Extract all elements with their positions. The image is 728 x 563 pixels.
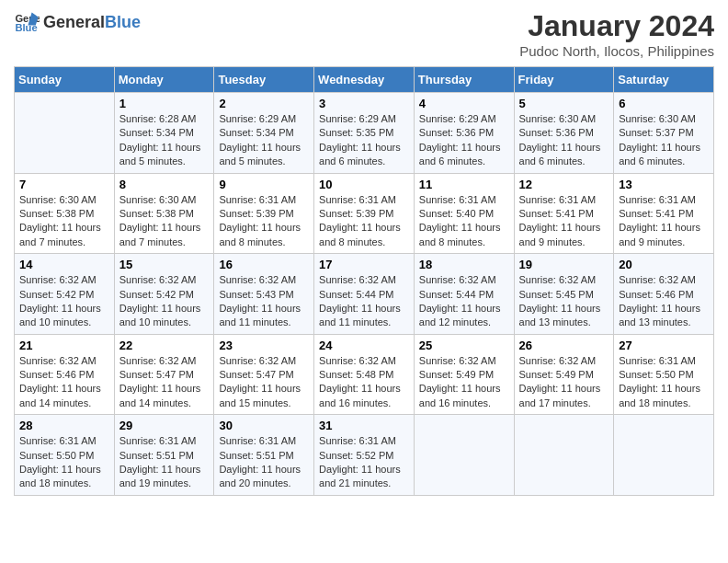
day-number: 29 — [119, 419, 210, 432]
day-info: Sunrise: 6:32 AM Sunset: 5:43 PM Dayligh… — [219, 273, 309, 330]
day-info: Sunrise: 6:31 AM Sunset: 5:51 PM Dayligh… — [219, 434, 309, 491]
main-title: January 2024 — [519, 9, 714, 43]
day-info: Sunrise: 6:31 AM Sunset: 5:39 PM Dayligh… — [319, 193, 409, 250]
calendar-week-row: 7Sunrise: 6:30 AM Sunset: 5:38 PM Daylig… — [15, 173, 714, 254]
day-number: 17 — [319, 258, 409, 271]
calendar-cell: 16Sunrise: 6:32 AM Sunset: 5:43 PM Dayli… — [214, 254, 314, 335]
day-info: Sunrise: 6:32 AM Sunset: 5:42 PM Dayligh… — [119, 273, 210, 330]
calendar-cell: 2Sunrise: 6:29 AM Sunset: 5:34 PM Daylig… — [214, 93, 314, 174]
calendar-table: SundayMondayTuesdayWednesdayThursdayFrid… — [14, 66, 714, 496]
calendar-cell: 5Sunrise: 6:30 AM Sunset: 5:36 PM Daylig… — [514, 93, 614, 174]
day-number: 22 — [119, 339, 210, 352]
day-number: 12 — [519, 178, 609, 191]
calendar-cell: 13Sunrise: 6:31 AM Sunset: 5:41 PM Dayli… — [614, 173, 714, 254]
column-header-thursday: Thursday — [414, 67, 514, 93]
column-header-saturday: Saturday — [614, 67, 714, 93]
day-number: 1 — [119, 97, 210, 110]
calendar-cell: 18Sunrise: 6:32 AM Sunset: 5:44 PM Dayli… — [414, 254, 514, 335]
day-number: 9 — [219, 178, 309, 191]
day-info: Sunrise: 6:32 AM Sunset: 5:45 PM Dayligh… — [519, 273, 609, 330]
calendar-cell: 3Sunrise: 6:29 AM Sunset: 5:35 PM Daylig… — [314, 93, 415, 174]
day-number: 28 — [19, 419, 109, 432]
calendar-cell: 10Sunrise: 6:31 AM Sunset: 5:39 PM Dayli… — [314, 173, 415, 254]
calendar-cell: 31Sunrise: 6:31 AM Sunset: 5:52 PM Dayli… — [314, 415, 415, 496]
day-number: 3 — [319, 97, 409, 110]
title-block: January 2024 Pudoc North, Ilocos, Philip… — [519, 9, 714, 59]
calendar-cell — [414, 415, 514, 496]
day-info: Sunrise: 6:31 AM Sunset: 5:41 PM Dayligh… — [519, 193, 609, 250]
logo-general-text: General — [43, 13, 105, 31]
calendar-cell: 19Sunrise: 6:32 AM Sunset: 5:45 PM Dayli… — [514, 254, 614, 335]
day-number: 4 — [419, 97, 509, 110]
day-number: 30 — [219, 419, 309, 432]
day-info: Sunrise: 6:32 AM Sunset: 5:47 PM Dayligh… — [219, 354, 309, 411]
day-info: Sunrise: 6:31 AM Sunset: 5:50 PM Dayligh… — [619, 354, 709, 411]
day-info: Sunrise: 6:32 AM Sunset: 5:47 PM Dayligh… — [119, 354, 210, 411]
logo-blue-text: Blue — [105, 13, 141, 31]
calendar-cell: 27Sunrise: 6:31 AM Sunset: 5:50 PM Dayli… — [614, 334, 714, 415]
calendar-cell: 6Sunrise: 6:30 AM Sunset: 5:37 PM Daylig… — [614, 93, 714, 174]
day-info: Sunrise: 6:29 AM Sunset: 5:35 PM Dayligh… — [319, 112, 409, 169]
day-info: Sunrise: 6:30 AM Sunset: 5:38 PM Dayligh… — [19, 193, 109, 250]
calendar-week-row: 14Sunrise: 6:32 AM Sunset: 5:42 PM Dayli… — [15, 254, 714, 335]
day-info: Sunrise: 6:31 AM Sunset: 5:40 PM Dayligh… — [419, 193, 509, 250]
calendar-cell: 21Sunrise: 6:32 AM Sunset: 5:46 PM Dayli… — [15, 334, 115, 415]
calendar-cell: 1Sunrise: 6:28 AM Sunset: 5:34 PM Daylig… — [114, 93, 214, 174]
day-number: 8 — [119, 178, 210, 191]
day-number: 11 — [419, 178, 509, 191]
column-header-monday: Monday — [114, 67, 214, 93]
logo: General Blue GeneralBlue — [14, 9, 141, 35]
day-number: 21 — [19, 339, 109, 352]
day-info: Sunrise: 6:31 AM Sunset: 5:39 PM Dayligh… — [219, 193, 309, 250]
day-info: Sunrise: 6:28 AM Sunset: 5:34 PM Dayligh… — [119, 112, 210, 169]
day-number: 7 — [19, 178, 109, 191]
day-info: Sunrise: 6:31 AM Sunset: 5:52 PM Dayligh… — [319, 434, 409, 491]
day-info: Sunrise: 6:31 AM Sunset: 5:50 PM Dayligh… — [19, 434, 109, 491]
calendar-cell: 28Sunrise: 6:31 AM Sunset: 5:50 PM Dayli… — [15, 415, 115, 496]
day-number: 14 — [19, 258, 109, 271]
day-number: 5 — [519, 97, 609, 110]
svg-text:Blue: Blue — [15, 22, 37, 33]
day-number: 16 — [219, 258, 309, 271]
day-number: 31 — [319, 419, 409, 432]
page-header: General Blue GeneralBlue January 2024 Pu… — [14, 9, 714, 59]
calendar-cell — [614, 415, 714, 496]
day-info: Sunrise: 6:32 AM Sunset: 5:49 PM Dayligh… — [519, 354, 609, 411]
calendar-cell: 9Sunrise: 6:31 AM Sunset: 5:39 PM Daylig… — [214, 173, 314, 254]
day-info: Sunrise: 6:30 AM Sunset: 5:36 PM Dayligh… — [519, 112, 609, 169]
day-number: 6 — [619, 97, 709, 110]
day-number: 18 — [419, 258, 509, 271]
calendar-cell — [514, 415, 614, 496]
day-number: 25 — [419, 339, 509, 352]
day-number: 20 — [619, 258, 709, 271]
calendar-cell: 11Sunrise: 6:31 AM Sunset: 5:40 PM Dayli… — [414, 173, 514, 254]
calendar-cell: 30Sunrise: 6:31 AM Sunset: 5:51 PM Dayli… — [214, 415, 314, 496]
day-info: Sunrise: 6:32 AM Sunset: 5:42 PM Dayligh… — [19, 273, 109, 330]
day-number: 10 — [319, 178, 409, 191]
day-number: 19 — [519, 258, 609, 271]
day-number: 15 — [119, 258, 210, 271]
column-header-tuesday: Tuesday — [214, 67, 314, 93]
column-header-sunday: Sunday — [15, 67, 115, 93]
day-number: 24 — [319, 339, 409, 352]
calendar-cell: 12Sunrise: 6:31 AM Sunset: 5:41 PM Dayli… — [514, 173, 614, 254]
day-info: Sunrise: 6:30 AM Sunset: 5:38 PM Dayligh… — [119, 193, 210, 250]
calendar-cell: 23Sunrise: 6:32 AM Sunset: 5:47 PM Dayli… — [214, 334, 314, 415]
day-info: Sunrise: 6:32 AM Sunset: 5:46 PM Dayligh… — [619, 273, 709, 330]
day-number: 13 — [619, 178, 709, 191]
calendar-cell: 26Sunrise: 6:32 AM Sunset: 5:49 PM Dayli… — [514, 334, 614, 415]
calendar-cell: 17Sunrise: 6:32 AM Sunset: 5:44 PM Dayli… — [314, 254, 415, 335]
calendar-week-row: 21Sunrise: 6:32 AM Sunset: 5:46 PM Dayli… — [15, 334, 714, 415]
calendar-cell — [15, 93, 115, 174]
calendar-cell: 22Sunrise: 6:32 AM Sunset: 5:47 PM Dayli… — [114, 334, 214, 415]
day-info: Sunrise: 6:29 AM Sunset: 5:36 PM Dayligh… — [419, 112, 509, 169]
calendar-cell: 4Sunrise: 6:29 AM Sunset: 5:36 PM Daylig… — [414, 93, 514, 174]
day-info: Sunrise: 6:29 AM Sunset: 5:34 PM Dayligh… — [219, 112, 309, 169]
calendar-cell: 7Sunrise: 6:30 AM Sunset: 5:38 PM Daylig… — [15, 173, 115, 254]
day-info: Sunrise: 6:32 AM Sunset: 5:48 PM Dayligh… — [319, 354, 409, 411]
logo-icon: General Blue — [14, 9, 40, 35]
day-number: 2 — [219, 97, 309, 110]
day-info: Sunrise: 6:32 AM Sunset: 5:44 PM Dayligh… — [319, 273, 409, 330]
calendar-cell: 8Sunrise: 6:30 AM Sunset: 5:38 PM Daylig… — [114, 173, 214, 254]
day-info: Sunrise: 6:31 AM Sunset: 5:41 PM Dayligh… — [619, 193, 709, 250]
